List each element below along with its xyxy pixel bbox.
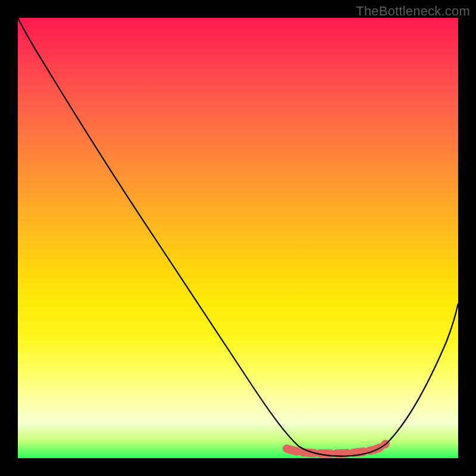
chart-frame: TheBottleneck.com: [0, 0, 476, 476]
curve-layer: [18, 18, 458, 458]
plot-area: [18, 18, 458, 458]
attribution-label: TheBottleneck.com: [356, 4, 470, 19]
bottleneck-curve: [18, 18, 458, 456]
